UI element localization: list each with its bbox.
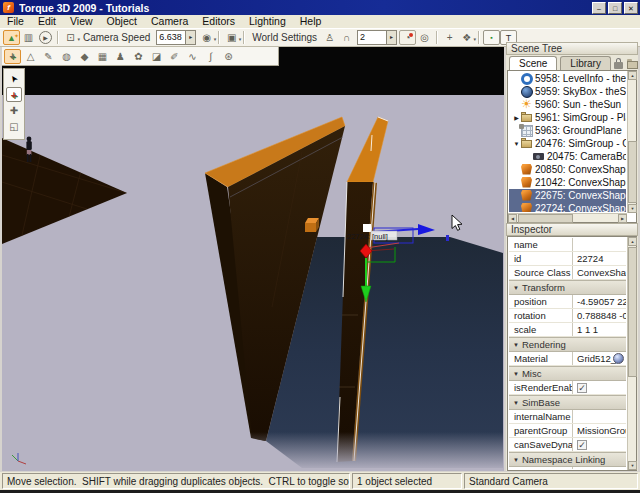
- inspector-group-rendering[interactable]: ▼Rendering: [509, 337, 626, 352]
- scrollbar-thumb[interactable]: [628, 247, 637, 377]
- visibility-button[interactable]: ◉▾: [198, 30, 215, 45]
- field-value-scale[interactable]: 1 1 1: [573, 323, 626, 336]
- add-camera-bookmark-button[interactable]: +: [441, 30, 458, 45]
- viewport[interactable]: 22724: [null]: [2, 47, 504, 471]
- snap-size-spinner[interactable]: 2▸: [357, 30, 397, 45]
- scroll-up-icon[interactable]: ▲: [628, 237, 637, 246]
- tab-scene[interactable]: Scene: [509, 56, 557, 70]
- drop-player-at-camera-button[interactable]: ♙: [321, 30, 338, 45]
- scroll-left-icon[interactable]: ◀: [508, 214, 517, 223]
- datablock-editor-tool[interactable]: ▦: [94, 49, 111, 64]
- inspector-group-transform[interactable]: ▼Transform: [509, 280, 626, 295]
- tree-item-simgroup-playerdrop[interactable]: ▶5961: SimGroup - PlayerDro: [509, 111, 626, 124]
- group-collapse-icon[interactable]: ▼: [513, 342, 519, 348]
- menu-item-camera[interactable]: Camera: [144, 15, 195, 28]
- menu-item-view[interactable]: View: [63, 15, 100, 28]
- close-button[interactable]: ✕: [624, 2, 638, 14]
- field-value-id[interactable]: 22724: [573, 252, 626, 265]
- terrain-editor-tool[interactable]: △: [22, 49, 39, 64]
- select-arrow-tool[interactable]: ➤: [6, 71, 22, 86]
- group-collapse-icon[interactable]: ▼: [513, 285, 519, 291]
- scrollbar-thumb[interactable]: [518, 214, 573, 223]
- road-editor-tool[interactable]: ◪: [148, 49, 165, 64]
- field-value-parentgroup[interactable]: MissionGroup: [573, 424, 626, 437]
- translate-tool[interactable]: ✚: [6, 103, 22, 118]
- forest-editor-tool[interactable]: ✿: [130, 49, 147, 64]
- menu-item-edit[interactable]: Edit: [31, 15, 63, 28]
- menu-item-file[interactable]: File: [0, 15, 31, 28]
- inspector-group-misc[interactable]: ▼Misc: [509, 366, 626, 381]
- scale-view-tool[interactable]: ◱: [6, 119, 22, 134]
- viewport-3d-scene[interactable]: 22724: [null]: [2, 47, 504, 471]
- mesh-road-editor-tool[interactable]: ∿: [184, 49, 201, 64]
- tree-horizontal-scrollbar[interactable]: ◀ ▶: [508, 213, 627, 222]
- menu-item-lighting[interactable]: Lighting: [242, 15, 293, 28]
- camera-bookmarks-button[interactable]: ❖▾: [458, 30, 475, 45]
- cable-editor-tool[interactable]: ∫: [202, 49, 219, 64]
- inspector-group-simbase[interactable]: ▼SimBase: [509, 395, 626, 410]
- floating-cube[interactable]: [305, 218, 319, 232]
- menu-item-editors[interactable]: Editors: [195, 15, 242, 28]
- scroll-down-icon[interactable]: ▼: [628, 461, 637, 470]
- inspector-vertical-scrollbar[interactable]: ▲ ▼: [627, 237, 636, 470]
- menu-item-object[interactable]: Object: [100, 15, 144, 28]
- camera-speed-spinner-arrow[interactable]: ▸: [185, 31, 195, 44]
- tree-item-camerabookmark[interactable]: 20475: CameraBookmark: [509, 150, 626, 163]
- field-value-superclass[interactable]: [573, 467, 626, 469]
- material-editor-tool[interactable]: ◍: [58, 49, 75, 64]
- tree-item-convexshape-22724[interactable]: 22724: ConvexShape: [509, 202, 626, 212]
- menu-item-help[interactable]: Help: [293, 15, 329, 28]
- object-editor-tool[interactable]: +: [4, 49, 21, 64]
- river-editor-tool[interactable]: ✐: [166, 49, 183, 64]
- camera-menu-button[interactable]: ⊡▾: [62, 30, 79, 45]
- tab-library[interactable]: Library: [560, 56, 611, 70]
- terrain-painter-tool[interactable]: ✎: [40, 49, 57, 64]
- gizmo-center-handle[interactable]: [363, 224, 371, 232]
- scroll-up-icon[interactable]: ▲: [628, 71, 637, 80]
- inspector-group-namespace-linking[interactable]: ▼Namespace Linking: [509, 452, 626, 467]
- field-value-isrenderenabled[interactable]: ✓: [573, 381, 626, 394]
- tree-item-simgroup-camera[interactable]: ▼20476: SimGroup - CameraB: [509, 137, 626, 150]
- field-value-cansavedynamicf[interactable]: ✓: [573, 438, 626, 451]
- world-editor-button[interactable]: ▲: [3, 30, 20, 45]
- soft-snap-button[interactable]: ∩: [338, 30, 355, 45]
- tree-item-convexshape-22675[interactable]: 22675: ConvexShape: [509, 189, 626, 202]
- lock-icon[interactable]: [613, 58, 625, 70]
- play-game-button[interactable]: ▶: [39, 31, 52, 44]
- field-value-rotation[interactable]: 0.788848 -0.43: [573, 309, 626, 322]
- tree-item-groundplane[interactable]: 5963: GroundPlane: [509, 124, 626, 137]
- minimize-button[interactable]: –: [592, 2, 606, 14]
- tree-item-convexshape-21042[interactable]: 21042: ConvexShape: [509, 176, 626, 189]
- group-collapse-icon[interactable]: ▼: [513, 371, 519, 377]
- group-collapse-icon[interactable]: ▼: [513, 457, 519, 463]
- snap-size-spinner-arrow[interactable]: ▸: [386, 31, 396, 44]
- vehicle-editor-tool[interactable]: ⊛: [220, 49, 237, 64]
- move-gizmo-tool[interactable]: +: [6, 87, 22, 102]
- scrollbar-thumb[interactable]: [628, 141, 637, 203]
- scroll-down-icon[interactable]: ▼: [628, 204, 637, 213]
- tree-item-convexshape-20850[interactable]: 20850: ConvexShape: [509, 163, 626, 176]
- object-bounds-button[interactable]: ▪: [483, 30, 500, 45]
- field-value-name[interactable]: [573, 238, 626, 251]
- screenshot-button[interactable]: ▣▾: [223, 30, 240, 45]
- group-collapse-icon[interactable]: ▼: [513, 400, 519, 406]
- checkbox[interactable]: ✓: [577, 440, 587, 450]
- field-value-material[interactable]: Grid512_: [573, 352, 626, 365]
- gui-editor-button[interactable]: ▥: [20, 30, 37, 45]
- material-picker-icon[interactable]: [613, 353, 624, 364]
- scroll-right-icon[interactable]: ▶: [618, 214, 627, 223]
- tree-item-sun[interactable]: 5960: Sun - theSun: [509, 98, 626, 111]
- field-value-source-class[interactable]: ConvexShape: [573, 266, 626, 279]
- field-value-internalname[interactable]: [573, 410, 626, 423]
- decal-editor-tool[interactable]: ♟: [112, 49, 129, 64]
- field-value-position[interactable]: -4.59057 22.51: [573, 295, 626, 308]
- tree-item-levelinfo[interactable]: 5958: LevelInfo - theLevelInf: [509, 72, 626, 85]
- expander-icon[interactable]: ▼: [512, 141, 521, 147]
- expander-icon[interactable]: ▶: [512, 114, 521, 121]
- camera-speed-spinner[interactable]: 6.638▸: [156, 30, 196, 45]
- folder-icon[interactable]: [627, 58, 639, 70]
- checkbox[interactable]: ✓: [577, 383, 587, 393]
- grid-snap-button[interactable]: ◎: [416, 30, 433, 45]
- maximize-button[interactable]: □: [608, 2, 622, 14]
- tree-vertical-scrollbar[interactable]: ▲ ▼: [627, 71, 636, 213]
